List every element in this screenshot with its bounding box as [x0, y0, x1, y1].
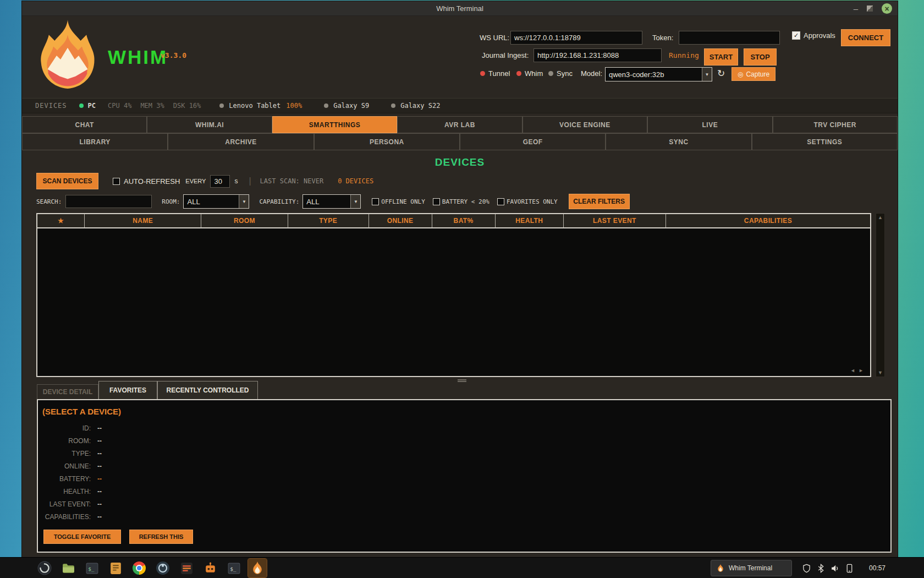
recorder-app-button[interactable]	[153, 559, 172, 577]
approvals-checkbox[interactable]: ✓	[792, 31, 800, 40]
column-last-event[interactable]: LAST EVENT	[564, 214, 666, 227]
toggle-favorite-button[interactable]: TOGGLE FAVORITE	[43, 530, 121, 544]
detail-row-battery: BATTERY: --	[42, 475, 102, 483]
tab-library[interactable]: LIBRARY	[22, 133, 168, 150]
chevron-down-icon[interactable]: ▼	[702, 68, 712, 81]
room-filter-label: ROOM:	[162, 198, 180, 205]
column-online[interactable]: ONLINE	[369, 214, 432, 227]
column-health[interactable]: HEALTH	[496, 214, 564, 227]
scroll-right-icon[interactable]: ►	[859, 368, 864, 373]
detail-actions: TOGGLE FAVORITE REFRESH THIS	[43, 530, 193, 544]
volume-icon[interactable]	[831, 564, 840, 573]
token-input[interactable]	[679, 31, 780, 45]
device-table[interactable]: ★ NAME ROOM TYPE ONLINE BAT% HEALTH LAST…	[36, 213, 871, 377]
auto-refresh-checkbox[interactable]	[113, 178, 120, 185]
s9-status-dot	[324, 103, 328, 108]
statusbar-tablet: Lenovo Tablet	[229, 102, 280, 110]
column-favorite[interactable]: ★	[37, 214, 85, 227]
terminal-button[interactable]: $_	[82, 559, 101, 577]
tab-live[interactable]: LIVE	[647, 116, 772, 133]
terminal2-button[interactable]: $_	[224, 559, 243, 577]
maximize-button[interactable]	[867, 6, 873, 12]
tab-device-detail[interactable]: DEVICE DETAIL	[37, 384, 98, 400]
statusbar-cpu: CPU 4%	[108, 102, 131, 110]
robot-icon	[204, 561, 217, 575]
chevron-down-icon[interactable]: ▼	[350, 195, 360, 208]
notes-app-button[interactable]	[106, 559, 125, 577]
refresh-models-icon[interactable]: ↻	[717, 68, 725, 79]
device-status-bar: DEVICES PC CPU 4% MEM 3% DSK 16% Lenovo …	[22, 98, 898, 113]
room-select[interactable]: ALL ▼	[183, 194, 249, 209]
bluetooth-icon[interactable]	[816, 564, 826, 573]
search-input[interactable]	[65, 195, 152, 208]
tab-recently-controlled[interactable]: RECENTLY CONTROLLED	[157, 381, 258, 400]
shield-icon[interactable]	[802, 564, 811, 573]
column-name[interactable]: NAME	[85, 214, 201, 227]
capability-select[interactable]: ALL ▼	[302, 194, 361, 209]
seconds-unit-label: s	[234, 177, 238, 185]
ws-url-input[interactable]	[510, 31, 642, 45]
column-type[interactable]: TYPE	[288, 214, 369, 227]
file-manager-button[interactable]	[59, 559, 78, 577]
menu-button[interactable]	[35, 559, 54, 577]
tab-avr-lab[interactable]: AVR LAB	[397, 116, 522, 133]
tab-chat[interactable]: CHAT	[22, 116, 147, 133]
tab-smartthings[interactable]: SMARTTHINGS	[272, 116, 397, 133]
interval-input[interactable]	[210, 175, 230, 188]
tab-trv-cipher[interactable]: TRV CIPHER	[773, 116, 898, 133]
tab-voice-engine[interactable]: VOICE ENGINE	[522, 116, 647, 133]
taskbar-clock: 00:57	[869, 558, 886, 578]
connect-button[interactable]: CONNECT	[841, 29, 890, 46]
journal-ingest-input[interactable]	[534, 48, 662, 62]
primary-tab-bar: CHAT WHIM.AI SMARTTHINGS AVR LAB VOICE E…	[22, 116, 898, 133]
model-select[interactable]: qwen3-coder:32b ▼	[605, 67, 712, 81]
clear-filters-button[interactable]: CLEAR FILTERS	[569, 194, 630, 209]
scroll-up-icon[interactable]: ▲	[878, 215, 883, 220]
vertical-scrollbar[interactable]: ▲ ▼	[876, 213, 885, 377]
refresh-this-button[interactable]: REFRESH THIS	[129, 530, 193, 544]
statusbar-galaxy-s22: Galaxy S22	[400, 102, 440, 110]
approvals-label: Approvals	[804, 31, 835, 40]
tablet-icon[interactable]	[845, 564, 854, 573]
log-viewer-button[interactable]	[177, 559, 196, 577]
detail-row-capabilities: CAPABILITIES: --	[42, 513, 102, 521]
battery-filter-checkbox[interactable]	[433, 198, 440, 205]
table-header-row: ★ NAME ROOM TYPE ONLINE BAT% HEALTH LAST…	[37, 214, 870, 228]
stop-button[interactable]: STOP	[744, 48, 777, 66]
tab-persona[interactable]: PERSONA	[314, 133, 460, 150]
offline-only-checkbox[interactable]	[372, 198, 379, 205]
tab-whim-ai[interactable]: WHIM.AI	[147, 116, 272, 133]
tab-sync[interactable]: SYNC	[606, 133, 751, 150]
sync-status-dot	[548, 71, 553, 76]
titlebar[interactable]: Whim Terminal – ×	[22, 1, 898, 16]
tab-settings[interactable]: SETTINGS	[752, 133, 898, 150]
column-room[interactable]: ROOM	[201, 214, 288, 227]
room-value: ALL	[184, 198, 239, 206]
tab-favorites[interactable]: FAVORITES	[98, 381, 157, 400]
window-controls: – ×	[854, 1, 892, 16]
approvals-group: ✓ Approvals	[792, 31, 835, 40]
whim-app-button[interactable]	[248, 559, 267, 577]
capture-button[interactable]: ◎ Capture	[732, 67, 776, 81]
taskbar: $_	[0, 557, 924, 578]
column-capabilities[interactable]: CAPABILITIES	[666, 214, 870, 227]
tab-geof[interactable]: GEOF	[460, 133, 606, 150]
chevron-down-icon[interactable]: ▼	[239, 195, 249, 208]
detail-row-room: ROOM: --	[42, 437, 102, 445]
column-bat[interactable]: BAT%	[432, 214, 496, 227]
favorites-only-checkbox[interactable]	[497, 198, 504, 205]
start-button[interactable]: START	[704, 48, 738, 66]
browser-button[interactable]	[130, 559, 148, 577]
scan-devices-button[interactable]: SCAN DEVICES	[36, 173, 98, 189]
robot-app-button[interactable]	[201, 559, 219, 577]
splitter-handle[interactable]	[458, 379, 466, 382]
minimize-button[interactable]: –	[854, 6, 858, 12]
horizontal-scrollbar[interactable]: ◄ ►	[850, 368, 864, 373]
whim-terminal-task-button[interactable]: Whim Terminal	[711, 560, 792, 576]
sync-indicator: Sync	[548, 69, 573, 78]
scroll-down-icon[interactable]: ▼	[878, 370, 883, 375]
tab-archive[interactable]: ARCHIVE	[168, 133, 314, 150]
close-button[interactable]: ×	[882, 3, 892, 14]
scroll-left-icon[interactable]: ◄	[850, 368, 855, 373]
token-label: Token:	[652, 34, 673, 42]
